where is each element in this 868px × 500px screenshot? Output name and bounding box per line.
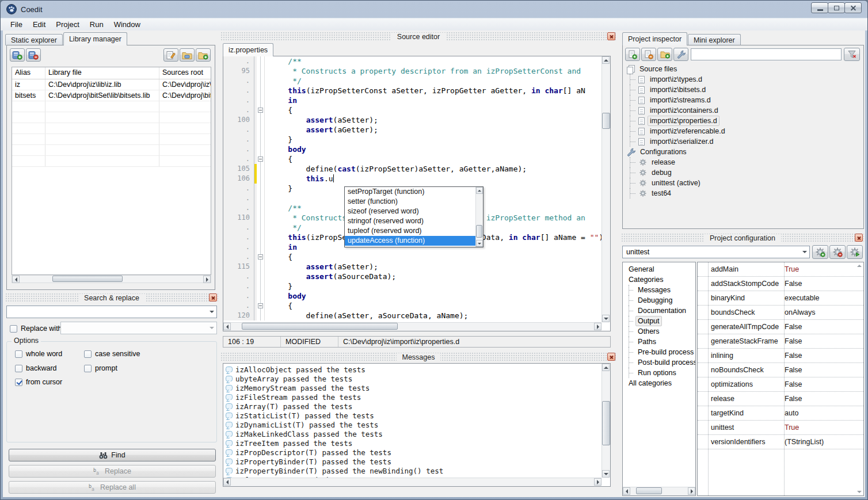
scroll-left-arrow[interactable] bbox=[623, 487, 630, 495]
code-line[interactable]: 95 * Constructs a property descriptor fr… bbox=[223, 66, 601, 76]
editor-hscrollbar[interactable] bbox=[223, 322, 601, 331]
code-line[interactable]: . } bbox=[223, 281, 601, 291]
message-item[interactable]: izMemoryStream passed the tests bbox=[223, 383, 601, 392]
code-line[interactable]: . assert(aSourceData); bbox=[223, 272, 601, 281]
category-item-pre-build-process[interactable]: Pre-build process bbox=[623, 347, 695, 357]
tree-item-import-iz-streams-d[interactable]: import\iz\streams.d bbox=[624, 95, 862, 105]
code-line[interactable]: . { bbox=[223, 154, 601, 164]
completion-item[interactable]: sizeof (reserved word) bbox=[345, 207, 475, 216]
maximize-button[interactable] bbox=[828, 2, 845, 13]
option-from-cursor[interactable]: from cursor bbox=[15, 378, 62, 386]
property-row[interactable]: generateAllTmpCodeFalse bbox=[698, 320, 863, 334]
code-line[interactable]: . body bbox=[223, 144, 601, 154]
categories-hscrollbar[interactable] bbox=[623, 487, 695, 495]
property-row[interactable]: optimizationsFalse bbox=[698, 377, 863, 392]
scroll-left-arrow[interactable] bbox=[12, 276, 20, 283]
code-line[interactable]: 115 assert(aSetter); bbox=[223, 262, 601, 272]
replace-with-checkbox[interactable] bbox=[10, 325, 17, 333]
tree-item-source-files[interactable]: Source files bbox=[624, 64, 862, 74]
library-table-header[interactable]: Alias Library file Sources root bbox=[12, 67, 211, 79]
option-backward[interactable]: backward bbox=[15, 364, 57, 372]
code-line[interactable]: . { bbox=[223, 105, 601, 115]
message-item[interactable]: izPropertyBinder(T) passed the tests bbox=[223, 457, 601, 466]
completion-item[interactable]: setPropTarget (function) bbox=[345, 187, 475, 197]
close-editor-panel-button[interactable] bbox=[607, 32, 615, 40]
code-line[interactable]: . */ bbox=[223, 76, 601, 86]
option-whole-word[interactable]: whole word bbox=[15, 350, 62, 358]
category-item-documentation[interactable]: Documentation bbox=[623, 306, 695, 316]
fold-collapse-icon[interactable] bbox=[258, 254, 263, 259]
dropdown-arrow-icon[interactable] bbox=[207, 311, 216, 313]
completion-item[interactable]: updateAccess (function) bbox=[345, 236, 475, 246]
tree-item-import-iz-referencable-d[interactable]: import\iz\referencable.d bbox=[624, 126, 862, 136]
messages-panel[interactable]: izAllocObject passed the testsubyteArray… bbox=[223, 363, 611, 487]
completion-popup[interactable]: setPropTarget (function)setter (function… bbox=[344, 186, 484, 247]
scroll-down-arrow[interactable] bbox=[602, 470, 610, 478]
scroll-right-arrow[interactable] bbox=[594, 323, 601, 330]
scrollbar-thumb[interactable] bbox=[636, 487, 662, 494]
message-item[interactable]: ubyteArray passed the tests bbox=[223, 374, 601, 383]
remove-library-button[interactable] bbox=[26, 48, 41, 62]
menu-item-edit[interactable]: Edit bbox=[28, 19, 51, 30]
close-search-panel-button[interactable] bbox=[209, 293, 217, 301]
tree-item-import-iz-bitsets-d[interactable]: import\iz\bitsets.d bbox=[624, 85, 862, 95]
scrollbar-thumb[interactable] bbox=[52, 276, 122, 282]
code-line[interactable]: . { bbox=[223, 301, 601, 311]
fold-collapse-icon[interactable] bbox=[258, 157, 263, 162]
scroll-up-arrow[interactable] bbox=[476, 187, 483, 194]
category-item-all-categories[interactable]: All categories bbox=[623, 378, 695, 388]
category-item-output[interactable]: Output bbox=[623, 316, 695, 326]
grid-scroll-up-arrow[interactable] bbox=[857, 265, 862, 267]
add-library-from-folder-button[interactable] bbox=[196, 48, 211, 62]
tab-static-explorer[interactable]: Static explorer bbox=[5, 34, 63, 45]
category-item-paths[interactable]: Paths bbox=[623, 337, 695, 347]
configuration-selector-value[interactable]: unittest bbox=[623, 248, 800, 256]
option-case-sensitive[interactable]: case sensitive bbox=[84, 350, 140, 358]
property-row[interactable]: noBoundsCheckFalse bbox=[698, 363, 863, 377]
scroll-up-arrow[interactable] bbox=[602, 56, 610, 64]
edit-alias-button[interactable] bbox=[163, 48, 178, 62]
scrollbar-thumb[interactable] bbox=[602, 113, 610, 129]
scroll-up-arrow[interactable] bbox=[602, 364, 610, 371]
tree-item-debug[interactable]: debug bbox=[624, 167, 862, 178]
messages-hscrollbar[interactable] bbox=[223, 478, 601, 486]
fold-collapse-icon[interactable] bbox=[258, 303, 263, 308]
tree-item-import-iz-types-d[interactable]: import\iz\types.d bbox=[624, 74, 862, 85]
search-replace-header[interactable]: Search & replace bbox=[5, 293, 218, 303]
property-row[interactable]: addStackStompCodeFalse bbox=[698, 277, 863, 291]
message-item[interactable]: izPropertyBinder(T) passed the newBindin… bbox=[223, 466, 601, 475]
close-button[interactable] bbox=[844, 2, 862, 13]
code-line[interactable]: 105 define(cast(izPropSetter)aSetter, aG… bbox=[223, 164, 601, 174]
column-header-library-file[interactable]: Library file bbox=[45, 67, 159, 79]
scroll-down-arrow[interactable] bbox=[602, 315, 610, 322]
tree-item-test64[interactable]: test64 bbox=[624, 188, 862, 199]
open-library-file-button[interactable] bbox=[180, 48, 195, 62]
category-tree[interactable]: GeneralCategoriesMessagesDebuggingDocume… bbox=[623, 264, 695, 486]
category-item-others[interactable]: Others bbox=[623, 326, 695, 337]
completion-item[interactable]: stringof (reserved word) bbox=[345, 216, 475, 226]
library-table-hscrollbar[interactable] bbox=[12, 275, 211, 283]
completion-list[interactable]: setPropTarget (function)setter (function… bbox=[345, 187, 475, 247]
grid-scroll-down-arrow[interactable] bbox=[857, 491, 862, 493]
tab-mini-explorer[interactable]: Mini explorer bbox=[688, 34, 741, 45]
category-item-debugging[interactable]: Debugging bbox=[623, 295, 695, 306]
add-library-button[interactable] bbox=[10, 48, 25, 62]
column-header-sources-root[interactable]: Sources root bbox=[159, 67, 211, 79]
messages-vscrollbar[interactable] bbox=[601, 364, 610, 478]
property-row[interactable]: generateStackFrameFalse bbox=[698, 334, 863, 349]
dropdown-arrow-icon[interactable] bbox=[800, 251, 809, 253]
tab-iz-properties[interactable]: iz.properties bbox=[223, 43, 273, 56]
scroll-down-arrow[interactable] bbox=[476, 240, 483, 247]
message-item[interactable]: izDynamicList(T) passed the tests bbox=[223, 420, 601, 429]
find-button[interactable]: Find bbox=[9, 449, 216, 461]
property-row[interactable]: addMainTrue bbox=[698, 262, 863, 277]
message-item[interactable]: izPropDescriptor(T) passed the tests bbox=[223, 448, 601, 457]
scrollbar-thumb[interactable] bbox=[242, 323, 398, 330]
option-prompt[interactable]: prompt bbox=[84, 364, 117, 372]
category-item-post-build-process[interactable]: Post-build process bbox=[623, 357, 695, 368]
code-line[interactable]: . body bbox=[223, 291, 601, 301]
fold-collapse-icon[interactable] bbox=[258, 108, 263, 113]
scrollbar-thumb[interactable] bbox=[476, 225, 482, 238]
message-item[interactable]: izStaticList(T) passed the tests bbox=[223, 411, 601, 420]
project-files-tree[interactable]: Source filesimport\iz\types.dimport\iz\b… bbox=[624, 64, 862, 227]
